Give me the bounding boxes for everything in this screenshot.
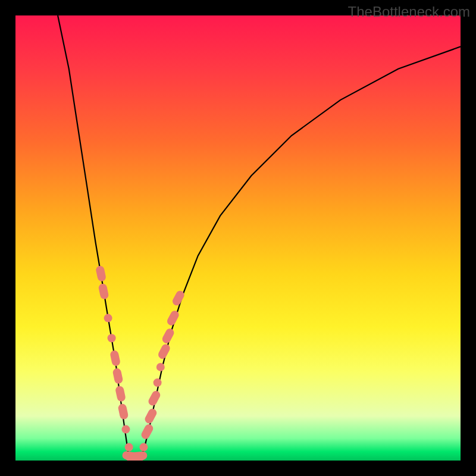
- marker-capsule: [147, 390, 162, 408]
- marker-capsule: [117, 403, 129, 420]
- watermark-text: TheBottleneck.com: [348, 4, 470, 20]
- marker-group: [95, 265, 186, 461]
- marker-capsule: [115, 386, 126, 402]
- marker-dot: [156, 363, 165, 371]
- marker-dot: [104, 314, 112, 322]
- marker-dot: [154, 378, 162, 387]
- marker-capsule: [95, 265, 107, 282]
- curve-layer: [15, 15, 461, 461]
- marker-dot: [125, 443, 133, 452]
- marker-capsule: [157, 343, 172, 361]
- marker-capsule: [166, 309, 181, 327]
- marker-capsule: [98, 283, 109, 300]
- marker-capsule: [161, 327, 176, 345]
- marker-dot: [122, 425, 130, 434]
- marker-capsule: [112, 368, 123, 384]
- marker-dot: [139, 443, 148, 452]
- marker-capsule: [109, 350, 121, 367]
- marker-capsule: [140, 423, 155, 441]
- marker-capsule: [143, 407, 158, 425]
- curve-right: [140, 46, 461, 461]
- marker-dot: [108, 334, 116, 342]
- plot-area: [15, 15, 461, 461]
